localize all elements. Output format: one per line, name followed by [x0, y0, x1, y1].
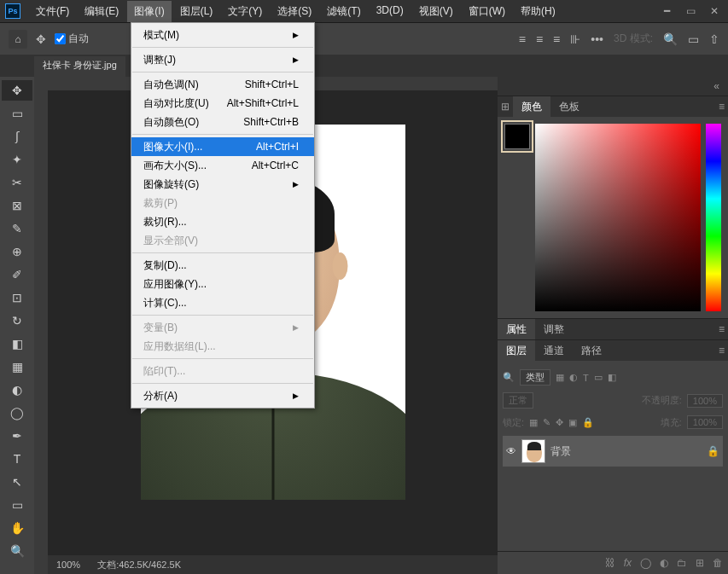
dock-icon[interactable]: ⊞ — [498, 101, 513, 113]
brush-tool[interactable]: ✐ — [2, 264, 32, 285]
tab-adjust[interactable]: 调整 — [535, 319, 573, 340]
tab-paths[interactable]: 路径 — [573, 340, 610, 362]
tab-swatches[interactable]: 色板 — [550, 96, 588, 118]
filter-pixel-icon[interactable]: ▦ — [556, 372, 564, 383]
align-center-icon[interactable]: ≡ — [536, 32, 543, 46]
filter-type-icon[interactable]: T — [583, 373, 589, 383]
lock-artboard-icon[interactable]: ▣ — [568, 417, 577, 428]
adjustment-icon[interactable]: ◐ — [660, 557, 668, 569]
maximize-icon[interactable]: ▭ — [682, 4, 699, 18]
more-icon[interactable]: ••• — [591, 32, 603, 46]
lock-move-icon[interactable]: ✥ — [556, 417, 563, 428]
menu-image-size[interactable]: 图像大小(I)...Alt+Ctrl+I — [131, 137, 314, 156]
menu-rotate[interactable]: 图像旋转(G)▶ — [131, 175, 314, 194]
minimize-icon[interactable]: ━ — [658, 4, 675, 18]
link-icon[interactable]: ⛓ — [605, 557, 615, 569]
menu-apply-image[interactable]: 应用图像(Y)... — [131, 275, 314, 293]
close-icon[interactable]: ✕ — [706, 4, 723, 18]
crop-tool[interactable]: ✂ — [2, 172, 32, 193]
align-left-icon[interactable]: ≡ — [519, 32, 526, 46]
panel-menu-icon[interactable]: ≡ — [715, 323, 728, 335]
pen-tool[interactable]: ✒ — [2, 426, 32, 446]
filter-adjust-icon[interactable]: ◐ — [569, 372, 578, 383]
group-icon[interactable]: 🗀 — [677, 557, 687, 569]
share-icon[interactable]: ⇧ — [709, 32, 719, 46]
lock-all-icon[interactable]: 🔒 — [582, 417, 594, 428]
auto-checkbox[interactable] — [55, 33, 66, 44]
delete-icon[interactable]: 🗑 — [713, 557, 723, 569]
frame-tool[interactable]: ⊠ — [2, 195, 32, 216]
mask-icon[interactable]: ◯ — [640, 557, 651, 569]
filter-smart-icon[interactable]: ◧ — [608, 372, 616, 383]
layer-background[interactable]: 👁 背景 🔒 — [503, 436, 723, 467]
hue-slider[interactable] — [706, 124, 721, 311]
filter-shape-icon[interactable]: ▭ — [594, 372, 603, 383]
foreground-color[interactable] — [504, 124, 530, 149]
menu-auto-color[interactable]: 自动颜色(O)Shift+Ctrl+B — [131, 113, 314, 131]
marquee-tool[interactable]: ▭ — [2, 103, 32, 124]
path-tool[interactable]: ↖ — [2, 472, 32, 492]
tab-channels[interactable]: 通道 — [535, 340, 573, 362]
menu-calc[interactable]: 计算(C)... — [131, 293, 314, 312]
menu-file[interactable]: 文件(F) — [29, 1, 76, 22]
document-tab[interactable]: 社保卡 身份证.jpg — [34, 56, 125, 77]
layer-name[interactable]: 背景 — [550, 444, 571, 459]
lasso-tool[interactable]: ʃ — [2, 126, 32, 147]
menu-edit[interactable]: 编辑(E) — [78, 1, 125, 22]
move-tool[interactable]: ✥ — [2, 80, 32, 101]
menu-layer[interactable]: 图层(L) — [173, 1, 220, 22]
panel-menu-icon[interactable]: ≡ — [715, 101, 728, 113]
dodge-tool[interactable]: ◯ — [2, 403, 32, 423]
hand-tool[interactable]: ✋ — [2, 518, 32, 538]
menu-adjust[interactable]: 调整(J)▶ — [131, 50, 314, 69]
menu-auto-contrast[interactable]: 自动对比度(U)Alt+Shift+Ctrl+L — [131, 94, 314, 113]
align-right-icon[interactable]: ≡ — [553, 32, 560, 46]
lock-icon[interactable]: 🔒 — [707, 445, 719, 457]
collapse-icon[interactable]: « — [710, 80, 723, 92]
panel-menu-icon[interactable]: ≡ — [715, 345, 728, 357]
menu-trim[interactable]: 裁切(R)... — [131, 212, 314, 231]
layer-filter[interactable]: 类型 — [520, 369, 550, 386]
home-icon[interactable]: ⌂ — [9, 30, 27, 49]
move-tool-icon[interactable]: ✥ — [36, 32, 46, 46]
gradient-tool[interactable]: ▦ — [2, 357, 32, 377]
menu-select[interactable]: 选择(S) — [271, 1, 318, 22]
menu-view[interactable]: 视图(V) — [412, 1, 460, 22]
menu-3d[interactable]: 3D(D) — [370, 1, 411, 22]
menu-filter[interactable]: 滤镜(T) — [320, 1, 367, 22]
fx-icon[interactable]: fx — [624, 557, 632, 569]
fill-value[interactable]: 100% — [687, 415, 723, 429]
tab-properties[interactable]: 属性 — [498, 319, 535, 340]
workspace-icon[interactable]: ▭ — [688, 32, 699, 46]
eyedropper-tool[interactable]: ✎ — [2, 218, 32, 239]
menu-auto-tone[interactable]: 自动色调(N)Shift+Ctrl+L — [131, 75, 314, 94]
visibility-icon[interactable]: 👁 — [506, 445, 516, 457]
zoom-tool[interactable]: 🔍 — [2, 541, 32, 561]
menu-canvas-size[interactable]: 画布大小(S)...Alt+Ctrl+C — [131, 156, 314, 175]
search-icon[interactable]: 🔍 — [663, 32, 678, 46]
shape-tool[interactable]: ▭ — [2, 495, 32, 515]
menu-mode[interactable]: 模式(M)▶ — [131, 26, 314, 44]
tab-layers[interactable]: 图层 — [498, 340, 535, 362]
lock-paint-icon[interactable]: ✎ — [543, 417, 550, 428]
menu-text[interactable]: 文字(Y) — [221, 1, 269, 22]
menu-duplicate[interactable]: 复制(D)... — [131, 256, 314, 275]
lock-pixels-icon[interactable]: ▦ — [529, 417, 538, 428]
stamp-tool[interactable]: ⊡ — [2, 287, 32, 308]
history-brush-tool[interactable]: ↻ — [2, 310, 32, 331]
wand-tool[interactable]: ✦ — [2, 149, 32, 170]
blur-tool[interactable]: ◐ — [2, 380, 32, 400]
menu-help[interactable]: 帮助(H) — [514, 1, 562, 22]
new-layer-icon[interactable]: ⊞ — [696, 557, 704, 569]
heal-tool[interactable]: ⊕ — [2, 241, 32, 262]
menu-image[interactable]: 图像(I) — [127, 1, 171, 22]
eraser-tool[interactable]: ◧ — [2, 333, 32, 354]
tab-color[interactable]: 颜色 — [513, 96, 550, 118]
layer-thumbnail[interactable] — [521, 439, 545, 463]
type-tool[interactable]: T — [2, 449, 32, 469]
menu-window[interactable]: 窗口(W) — [462, 1, 512, 22]
color-picker[interactable] — [535, 124, 701, 311]
zoom-level[interactable]: 100% — [56, 560, 80, 570]
menu-analysis[interactable]: 分析(A)▶ — [131, 386, 314, 405]
distribute-icon[interactable]: ⊪ — [570, 32, 580, 46]
